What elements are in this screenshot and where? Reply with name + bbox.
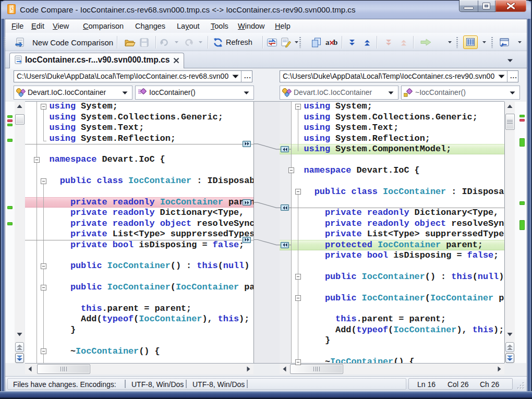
- svg-text:b: b: [333, 38, 337, 46]
- svg-text:a: a: [325, 38, 330, 46]
